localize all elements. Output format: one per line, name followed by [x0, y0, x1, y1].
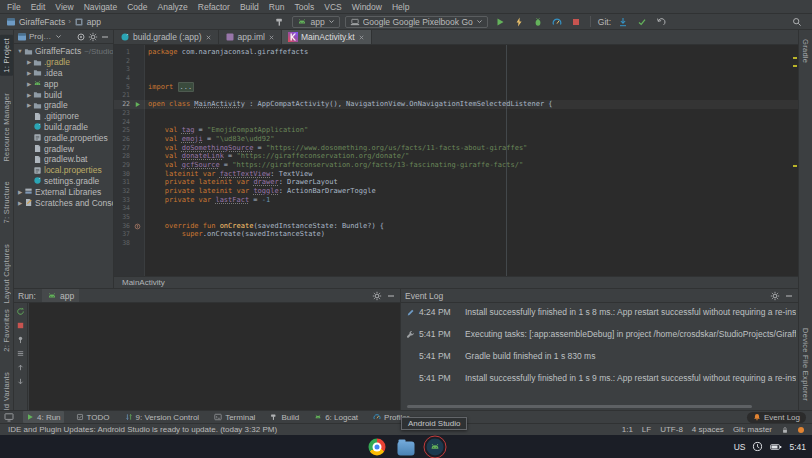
locate-file-button[interactable] [76, 32, 86, 42]
code-line-23[interactable]: 23 [114, 109, 798, 118]
toolwindow-9-version-control[interactable]: 9: Version Control [122, 411, 203, 423]
menu-run[interactable]: Run [264, 0, 290, 14]
run-console-output[interactable] [29, 303, 400, 410]
chevron-down-icon[interactable] [55, 33, 62, 40]
code-line-28[interactable]: 28 val donateLink = "https://giraffecons… [114, 152, 798, 161]
tree-item-idea[interactable]: ▶.idea [14, 68, 113, 79]
menu-analyze[interactable]: Analyze [153, 0, 193, 14]
status-item-4-spaces[interactable]: 4 spaces [692, 425, 724, 434]
run-tab-app[interactable]: app [42, 289, 79, 302]
tree-item-external-libraries[interactable]: ▶External Libraries [14, 186, 113, 197]
close-icon[interactable] [205, 34, 212, 41]
event-log-settings-button[interactable] [770, 291, 780, 301]
code-line-5[interactable]: 5import ... [114, 83, 798, 92]
toolwindow-4-run[interactable]: 4: Run [23, 411, 64, 423]
tree-item-gradle-properties[interactable]: gradle.properties [14, 132, 113, 143]
tree-expand-arrow[interactable]: ▶ [25, 102, 33, 108]
menu-view[interactable]: View [50, 0, 78, 14]
code-line-3[interactable]: 3 [114, 65, 798, 74]
scroll-up-button[interactable] [16, 362, 26, 372]
menu-window[interactable]: Window [347, 0, 387, 14]
status-item-1-1[interactable]: 1:1 [622, 425, 633, 434]
tree-item-build-gradle[interactable]: build.gradle [14, 122, 113, 133]
rerun-button[interactable] [16, 306, 26, 316]
code-line-30[interactable]: 30 lateinit var factTextView: TextView [114, 170, 798, 179]
toolwindow-button-1-project[interactable]: 1: Project [0, 35, 13, 76]
code-line-33[interactable]: 33 private var lastFact = -1 [114, 196, 798, 205]
tree-item-gradlew[interactable]: gradlew [14, 143, 113, 154]
tree-expand-arrow[interactable]: ▶ [25, 81, 33, 87]
breadcrumb-item-app[interactable]: app [87, 17, 101, 27]
chrome-icon[interactable] [369, 438, 386, 455]
soft-wrap-button[interactable] [16, 348, 26, 358]
override-icon[interactable] [134, 223, 141, 230]
horizontal-scrollbar[interactable] [407, 405, 752, 408]
tree-expand-arrow[interactable]: ▶ [16, 200, 24, 206]
scroll-down-button[interactable] [16, 376, 26, 386]
tree-item-scratches-and-consoles[interactable]: ▶Scratches and Consoles [14, 197, 113, 208]
run-icon[interactable] [134, 101, 141, 108]
toolwindow-button-2-favorites[interactable]: 2: Favorites [0, 306, 13, 355]
code-line-29[interactable]: 29 val gcfSource = "https://giraffeconse… [114, 161, 798, 170]
hide-event-log-button[interactable] [784, 291, 794, 301]
tree-expand-arrow[interactable]: ▶ [25, 92, 33, 98]
git-rollback-button[interactable] [654, 15, 668, 29]
git-update-button[interactable] [616, 15, 630, 29]
toolwindow-button-layout-captures[interactable]: Layout Captures [0, 241, 13, 307]
tree-item-gradlew-bat[interactable]: gradlew.bat [14, 154, 113, 165]
pin-button[interactable] [16, 334, 26, 344]
toolwindow-button-resource-manager[interactable]: Resource Manager [0, 90, 13, 165]
code-line-24[interactable]: 24 [114, 118, 798, 127]
event-log-button[interactable]: Event Log [747, 412, 806, 423]
tree-collapse-arrow[interactable]: ▼ [16, 48, 24, 54]
editor-tab-app-iml[interactable]: app.iml [219, 30, 282, 44]
code-line-21[interactable]: 21 [114, 91, 798, 100]
code-line-26[interactable]: 26 val emoji = "\ud83e\udd92" [114, 135, 798, 144]
tree-item-gradle[interactable]: ▶.gradle [14, 57, 113, 68]
menu-edit[interactable]: Edit [26, 0, 51, 14]
toolwindow-terminal[interactable]: Terminal [211, 411, 258, 423]
search-everywhere-button[interactable] [790, 15, 804, 29]
code-line-25[interactable]: 25 val tag = "EmojiCompatApplication" [114, 126, 798, 135]
android-studio-icon[interactable] [427, 438, 444, 455]
toolwindow-button-7-structure[interactable]: 7: Structure [0, 178, 13, 226]
tree-item-build[interactable]: ▶build [14, 89, 113, 100]
code-line-2[interactable]: 2 [114, 57, 798, 66]
tree-expand-arrow[interactable]: ▶ [16, 189, 24, 195]
menu-help[interactable]: Help [387, 0, 414, 14]
warning-stripe-mark[interactable] [793, 165, 797, 167]
clock[interactable]: 5:41 [789, 442, 806, 452]
stop-button[interactable] [16, 320, 26, 330]
apply-changes-button[interactable] [512, 15, 526, 29]
code-line-38[interactable]: 38 [114, 239, 798, 248]
tree-item-app[interactable]: ▶app [14, 78, 113, 89]
warning-stripe-mark[interactable] [793, 65, 797, 67]
toolwindow-switcher-icon[interactable] [4, 412, 14, 422]
code-line-37[interactable]: 37 super.onCreate(savedInstanceState) [114, 230, 798, 239]
status-message[interactable]: IDE and Plugin Updates: Android Studio i… [8, 425, 277, 434]
tree-item-gradle[interactable]: ▶gradle [14, 100, 113, 111]
warning-stripe-mark[interactable] [793, 57, 797, 59]
editor-tab-build-gradle-app[interactable]: build.gradle (:app) [114, 30, 219, 44]
code-line-32[interactable]: 32 private lateinit var toggle: ActionBa… [114, 187, 798, 196]
toolwindow-button-device-file-explorer[interactable]: Device File Explorer [799, 325, 812, 404]
menu-file[interactable]: File [2, 0, 26, 14]
toolwindow-build[interactable]: Build [267, 411, 302, 423]
tree-item-gitignore[interactable]: .gitignore [14, 111, 113, 122]
keyboard-layout-indicator[interactable]: US [734, 442, 746, 452]
run-settings-button[interactable] [372, 291, 382, 301]
tree-expand-arrow[interactable]: ▶ [25, 59, 33, 65]
tree-item-giraffefacts[interactable]: ▼GiraffeFacts~/StudioProjects/GiraffeFa [14, 46, 113, 57]
debug-button[interactable] [531, 15, 545, 29]
menu-refactor[interactable]: Refactor [193, 0, 235, 14]
tree-expand-arrow[interactable]: ▶ [25, 70, 33, 76]
menu-tools[interactable]: Tools [289, 0, 319, 14]
editor-code-area[interactable]: 1package com.naranjaconsal.giraffefacts2… [114, 45, 798, 276]
code-line-27[interactable]: 27 val doSomethingSource = "https://www.… [114, 144, 798, 153]
toolwindow-todo[interactable]: TODO [73, 411, 113, 423]
hide-run-panel-button[interactable] [386, 291, 396, 301]
code-line-4[interactable]: 4 [114, 74, 798, 83]
menu-code[interactable]: Code [122, 0, 152, 14]
hide-project-panel-button[interactable] [100, 32, 110, 42]
profile-button[interactable] [550, 15, 564, 29]
